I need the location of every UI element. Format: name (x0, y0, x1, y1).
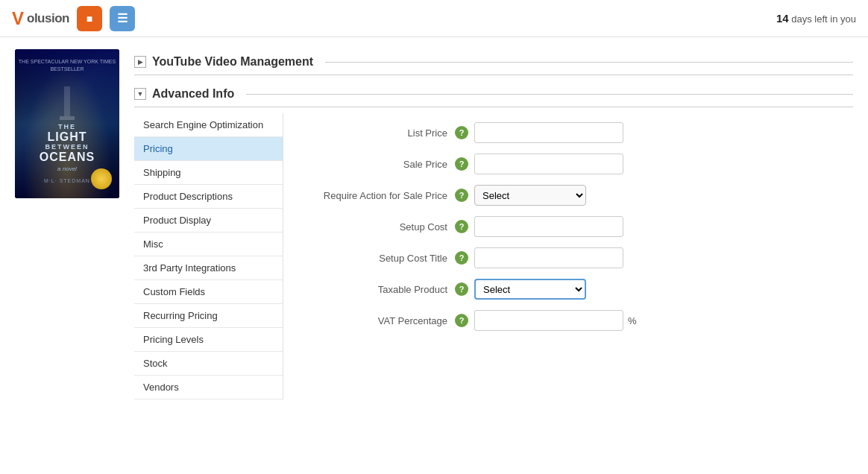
youtube-section-header: ▶ YouTube Video Management (134, 49, 853, 75)
sidebar-item-recurring-pricing[interactable]: Recurring Pricing (134, 304, 283, 328)
sidebar-item-seo-label: Search Engine Optimization (143, 119, 263, 130)
taxable-product-select[interactable]: Select (474, 279, 586, 300)
advanced-section-line (246, 94, 853, 95)
setup-cost-title-row: Setup Cost Title ? (306, 247, 831, 268)
sidebar-item-shipping[interactable]: Shipping (134, 161, 283, 185)
require-action-row: Require Action for Sale Price ? Select (306, 185, 831, 206)
vat-percentage-input[interactable] (474, 310, 623, 331)
products-icon: ■ (87, 13, 92, 25)
navbar-left: V olusion ■ ☰ (12, 6, 135, 31)
sidebar-item-product-descriptions[interactable]: Product Descriptions (134, 185, 283, 209)
list-price-help-icon[interactable]: ? (455, 126, 468, 139)
sidebar-item-misc-label: Misc (143, 238, 163, 250)
nav-menu: Search Engine Optimization Pricing Shipp… (134, 113, 283, 399)
list-price-input[interactable] (474, 122, 623, 143)
taxable-product-row: Taxable Product ? Select (306, 279, 831, 300)
trial-text: days left in you (791, 13, 856, 25)
sections-panel: ▶ YouTube Video Management ▼ Advanced In… (134, 49, 853, 399)
sidebar-item-product-display[interactable]: Product Display (134, 209, 283, 233)
sale-price-label: Sale Price (306, 159, 455, 170)
setup-cost-input[interactable] (474, 216, 623, 237)
sidebar-item-seo[interactable]: Search Engine Optimization (134, 113, 283, 137)
youtube-collapse-btn[interactable]: ▶ (134, 56, 146, 68)
navbar: V olusion ■ ☰ 14 days left in you (0, 0, 868, 37)
setup-cost-row: Setup Cost ? (306, 216, 831, 237)
sidebar-item-pricing-label: Pricing (143, 143, 173, 154)
advanced-collapse-btn[interactable]: ▼ (134, 88, 146, 100)
sidebar-item-vendors-label: Vendors (143, 382, 179, 393)
days-left: 14 (776, 12, 789, 25)
sidebar-item-stock-label: Stock (143, 358, 168, 369)
vat-percentage-label: VAT Percentage (306, 315, 455, 326)
sidebar-item-custom-fields-label: Custom Fields (143, 286, 205, 297)
setup-cost-title-help-icon[interactable]: ? (455, 251, 468, 265)
sidebar-item-misc[interactable]: Misc (134, 233, 283, 256)
vat-percentage-help-icon[interactable]: ? (455, 314, 468, 327)
sidebar-item-pricing-levels[interactable]: Pricing Levels (134, 328, 283, 352)
trial-notice: 14 days left in you (776, 12, 856, 25)
youtube-section-line (325, 62, 853, 63)
advanced-body: Search Engine Optimization Pricing Shipp… (134, 107, 853, 399)
design-icon: ☰ (117, 11, 128, 25)
sidebar-item-shipping-label: Shipping (143, 167, 181, 178)
list-price-row: List Price ? (306, 122, 831, 143)
form-area: List Price ? Sale Price ? Require Action… (283, 113, 853, 399)
sidebar-item-product-descriptions-label: Product Descriptions (143, 191, 233, 202)
sidebar-item-3rd-party-label: 3rd Party Integrations (143, 262, 236, 274)
require-action-help-icon[interactable]: ? (455, 189, 468, 202)
sidebar-item-stock[interactable]: Stock (134, 352, 283, 376)
advanced-section-header: ▼ Advanced Info (134, 81, 853, 107)
vat-percent-suffix: % (628, 315, 637, 326)
logo-text: olusion (27, 11, 69, 26)
list-price-label: List Price (306, 127, 455, 139)
nav-icon-products[interactable]: ■ (77, 6, 102, 31)
vat-percentage-row: VAT Percentage ? % (306, 310, 831, 331)
sale-price-help-icon[interactable]: ? (455, 157, 468, 171)
youtube-section-title: YouTube Video Management (152, 55, 313, 69)
advanced-section-title: Advanced Info (152, 87, 234, 101)
main-content: THE SPECTACULAR NEW YORK TIMES BESTSELLE… (0, 37, 868, 474)
require-action-select[interactable]: Select (474, 185, 586, 206)
setup-cost-label: Setup Cost (306, 221, 455, 233)
sale-price-row: Sale Price ? (306, 154, 831, 174)
volusion-logo: V olusion (12, 8, 69, 29)
setup-cost-help-icon[interactable]: ? (455, 220, 468, 233)
sidebar-item-vendors[interactable]: Vendors (134, 376, 283, 399)
nav-icon-design[interactable]: ☰ (110, 6, 135, 31)
taxable-product-help-icon[interactable]: ? (455, 282, 468, 296)
sale-price-input[interactable] (474, 154, 623, 174)
content-wrapper: THE SPECTACULAR NEW YORK TIMES BESTSELLE… (0, 37, 868, 411)
book-cover: THE SPECTACULAR NEW YORK TIMES BESTSELLE… (15, 49, 119, 198)
setup-cost-title-input[interactable] (474, 247, 623, 268)
sidebar-item-custom-fields[interactable]: Custom Fields (134, 280, 283, 304)
sidebar-item-3rd-party[interactable]: 3rd Party Integrations (134, 256, 283, 280)
setup-cost-title-label: Setup Cost Title (306, 253, 455, 264)
taxable-product-label: Taxable Product (306, 284, 455, 295)
left-panel: THE SPECTACULAR NEW YORK TIMES BESTSELLE… (15, 49, 119, 399)
sidebar-item-product-display-label: Product Display (143, 215, 211, 226)
require-action-label: Require Action for Sale Price (306, 190, 455, 201)
logo-v-icon: V (12, 8, 24, 29)
sidebar-item-pricing[interactable]: Pricing (134, 137, 283, 161)
sidebar-item-pricing-levels-label: Pricing Levels (143, 334, 204, 345)
sidebar-item-recurring-pricing-label: Recurring Pricing (143, 310, 218, 321)
book-subtitle: THE SPECTACULAR NEW YORK TIMES BESTSELLE… (15, 55, 119, 76)
